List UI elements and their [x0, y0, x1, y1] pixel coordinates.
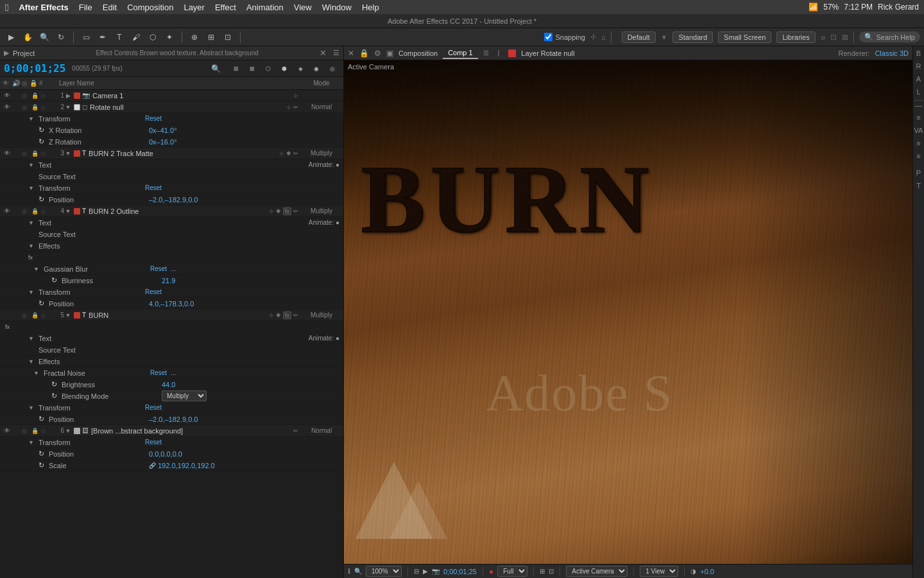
transform-reset-4[interactable]: Reset [145, 288, 162, 295]
menu-after-effects[interactable]: After Effects [19, 3, 68, 12]
layer1-lock[interactable]: 🔒 [31, 92, 40, 99]
layer5-effects-row[interactable]: ▼ Effects [0, 356, 343, 367]
layer4-fx-label[interactable]: fx [283, 207, 291, 215]
layer4-vis[interactable]: 👁 [3, 207, 12, 216]
menu-view[interactable]: View [294, 3, 312, 12]
comp-bottom-info-icon[interactable]: ℹ [348, 567, 350, 575]
menu-edit[interactable]: Edit [103, 3, 117, 12]
layer4-sourcetext-row[interactable]: Source Text [0, 229, 343, 240]
quality-select[interactable]: Full [497, 566, 527, 577]
layer2-xrot-row[interactable]: ↻ X Rotation 0x–41.0° [0, 125, 343, 136]
layer6-vis[interactable]: 👁 [3, 426, 12, 435]
comp-button-3[interactable]: ◈ [293, 62, 307, 76]
transform-reset-5[interactable]: Reset [145, 404, 162, 411]
panel-menu-btn[interactable]: ☰ [333, 49, 339, 57]
roi-icon[interactable]: ● [489, 567, 493, 576]
layer1-icon-1[interactable]: ⊹ [293, 92, 298, 99]
layer3-icon-3[interactable]: ✏ [293, 150, 298, 157]
zoom-icon[interactable]: 🔍 [354, 568, 362, 575]
snapping-checkbox[interactable] [544, 33, 552, 41]
fractal-reset-5[interactable]: Reset [150, 369, 167, 376]
layer5-pos-row[interactable]: ↻ Position –2.0,–182.9,0.0 [0, 414, 343, 425]
sidebar-icon-7[interactable]: ≡ [914, 139, 923, 148]
transform-reset-3[interactable]: Reset [145, 184, 162, 191]
puppet-tool[interactable]: ✦ [162, 30, 176, 44]
sidebar-icon-2[interactable]: R [914, 62, 923, 71]
brightness-value[interactable]: 44.0 [162, 381, 175, 389]
zoom-tool[interactable]: 🔍 [37, 30, 51, 44]
layer4-shy[interactable]: ◇ [41, 208, 50, 215]
layer2-zrot-row[interactable]: ↻ Z Rotation 0x–16.0° [0, 136, 343, 148]
menu-animation[interactable]: Animation [246, 3, 284, 12]
pos3-value[interactable]: –2.0,–182.9,0.0 [149, 196, 198, 204]
layer3-text-row[interactable]: ▼ Text Animate: ● [0, 159, 343, 171]
transform-expand-2[interactable]: ▼ [28, 116, 36, 122]
layer2-vis[interactable]: 👁 [3, 103, 12, 112]
views-select[interactable]: 1 View [640, 566, 678, 577]
search-help-box[interactable]: 🔍 Search Help [859, 31, 920, 42]
menu-file[interactable]: File [79, 3, 92, 12]
layer5-fractal-row[interactable]: ▼ Fractal Noise Reset ... [0, 367, 343, 379]
search-layers-btn[interactable]: 🔍 [209, 62, 223, 76]
layer2-transform-row[interactable]: ▼ Transform Reset [0, 113, 343, 125]
transform-expand-5[interactable]: ▼ [28, 405, 36, 411]
layer1-shy[interactable]: ◇ [41, 92, 50, 99]
render-preview-icon[interactable]: ⊟ [414, 568, 419, 575]
zrot-value[interactable]: 0x–16.0° [149, 138, 177, 146]
text-tool[interactable]: T [112, 30, 126, 44]
fast-preview-icon[interactable]: ⊞ [540, 568, 545, 575]
layer2-lock[interactable]: 🔒 [31, 104, 40, 110]
layer4-effects-row[interactable]: ▼ Effects [0, 240, 343, 252]
layer6-scale-row[interactable]: ↻ Scale 🔗 192.0,192.0,192.0 [0, 460, 343, 471]
fractal-more-5[interactable]: ... [171, 369, 176, 376]
layer3-transform-row[interactable]: ▼ Transform Reset [0, 182, 343, 194]
layer3-pos-row[interactable]: ↻ Position –2.0,–182.9,0.0 [0, 194, 343, 206]
menu-help[interactable]: Help [362, 3, 379, 12]
sidebar-icon-p[interactable]: P [914, 168, 923, 177]
transform-reset-6[interactable]: Reset [145, 439, 162, 446]
menu-composition[interactable]: Composition [127, 3, 173, 12]
layer5-transform-row[interactable]: ▼ Transform Reset [0, 402, 343, 414]
transform-reset-2[interactable]: Reset [145, 115, 162, 122]
exposure-value[interactable]: +0.0 [700, 568, 714, 575]
exposure-icon[interactable]: ◑ [690, 568, 696, 575]
transform-expand-3[interactable]: ▼ [28, 185, 36, 191]
sidebar-icon-5[interactable]: ≡ [914, 113, 923, 122]
layer-row-2[interactable]: 👁 ◎ 🔒 ◇ 2 ▼ ◻ Rotate null ⊹ ✏ Normal [0, 101, 343, 113]
layer4-blur-row[interactable]: ▼ Gaussian Blur Reset ... [0, 263, 343, 275]
transform-expand-4[interactable]: ▼ [28, 289, 36, 295]
comp-tab-comp1[interactable]: Comp 1 [443, 48, 478, 59]
layer5-icon-2[interactable]: ✱ [276, 312, 281, 319]
scale6-value[interactable]: 192.0,192.0,192.0 [158, 462, 215, 469]
layer5-lock[interactable]: 🔒 [31, 312, 40, 319]
layer3-expand[interactable]: ▼ [64, 150, 72, 157]
sidebar-icon-6[interactable]: VA [914, 126, 923, 135]
blendmode-select[interactable]: Multiply Normal Add [162, 390, 207, 401]
layer4-text-row[interactable]: ▼ Text Animate: ● [0, 217, 343, 229]
layer4-icon-1[interactable]: ⊹ [269, 208, 274, 215]
layer6-pos-row[interactable]: ↻ Position 0.0,0.0,0.0 [0, 448, 343, 460]
layer6-solo[interactable]: ◎ [22, 428, 31, 434]
menu-effect[interactable]: Effect [215, 3, 236, 12]
layer-tab-label[interactable]: Layer Rotate null [521, 49, 574, 57]
zoom-select[interactable]: 100% [366, 566, 402, 577]
menu-window[interactable]: Window [322, 3, 352, 12]
sidebar-icon-4[interactable]: L [914, 87, 923, 96]
effects-expand-4[interactable]: ▼ [28, 243, 36, 249]
pos6-value[interactable]: 0.0,0.0,0.0 [149, 450, 182, 458]
layer4-icon-2[interactable]: ✱ [276, 208, 281, 215]
pos5-value[interactable]: –2.0,–182.9,0.0 [149, 416, 198, 423]
stamp-tool[interactable]: ⬡ [146, 30, 160, 44]
camera-view-select[interactable]: Active Camera [566, 566, 628, 577]
comp-button-4[interactable]: ◉ [309, 62, 323, 76]
layer5-text-row[interactable]: ▼ Text Animate: ● [0, 333, 343, 344]
transform-expand-6[interactable]: ▼ [28, 439, 36, 446]
layer5-solo[interactable]: ◎ [22, 312, 31, 319]
camera-pan[interactable]: ⊞ [204, 30, 218, 44]
toggle-modes[interactable]: ⊠ [245, 62, 259, 76]
comp-tab-menu[interactable]: ☰ [483, 49, 489, 57]
layer-row-5[interactable]: ◎ 🔒 ◇ 5 ▼ T BURN ⊹ ✱ fx ✏ Multiply [0, 310, 343, 321]
layer6-shy[interactable]: ◇ [41, 428, 50, 434]
blurriness-value[interactable]: 21.9 [162, 277, 175, 285]
layer2-expand[interactable]: ▼ [64, 104, 72, 110]
